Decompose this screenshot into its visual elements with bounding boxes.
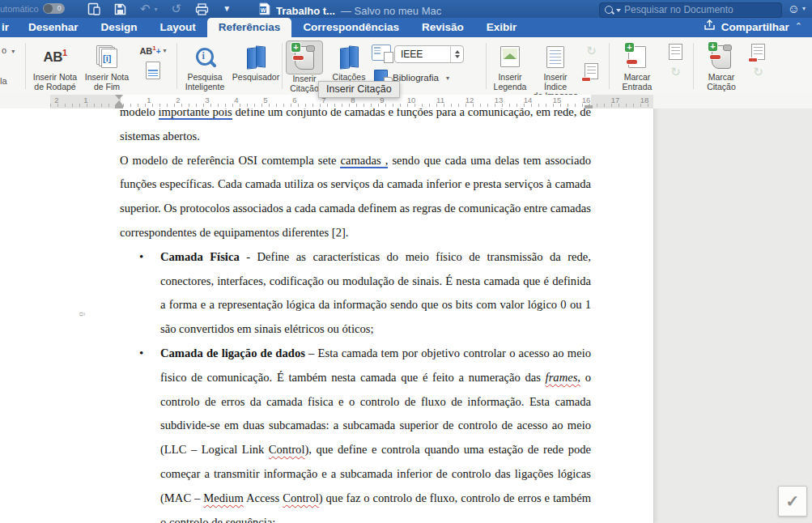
undo-icon[interactable]: ↶ [140,2,151,16]
plus-badge-icon: + [291,43,300,52]
spell-flagged-text: Control [283,491,319,504]
mark-entry-icon: + [628,46,646,68]
toggle-knob [44,4,53,13]
margin-anchor-marker: ō [78,312,87,317]
tooltip: Inserir Citação [318,81,400,98]
smiley-icon[interactable]: ☺ [788,2,800,15]
right-indent-marker[interactable] [585,100,593,108]
update-entry-index-icon[interactable]: ↻ [670,65,681,79]
ribbon-tab-bar: ir Desenhar Design Layout Referências Co… [0,18,812,37]
mark-entry-aux: ↻ [669,44,682,79]
citation-style-select[interactable]: IEEE [394,45,464,63]
bibliography-caret-icon: ▾ [446,74,449,82]
redo-icon[interactable]: ↺ [172,2,182,16]
tab-design[interactable]: Design [90,18,149,37]
document-title: Trabalho t... [276,5,335,17]
toggle-value: 0 [57,3,62,14]
researcher-button[interactable]: Pesquisador [232,40,280,83]
update-citation-table-icon[interactable]: ↻ [753,65,763,79]
tab-inserir[interactable]: ir [0,18,17,37]
quick-access-toolbar: ↶ ▾ ↺ ▼ [87,2,231,16]
smart-lookup-icon: i [196,48,214,66]
autosave-toggle[interactable]: 0 [43,3,65,14]
svg-text:W: W [261,7,266,13]
footnote-options-button[interactable]: AB1+▾ [134,40,172,81]
caption-picture-icon [500,46,520,67]
share-icon [704,19,716,34]
share-label: Compartilhar [721,21,789,33]
insert-footnote-button[interactable]: AB1 Inserir Nota de Rodapé [29,40,81,91]
confirm-check-button[interactable]: ✓ [778,486,807,517]
minus-badge-icon [293,56,304,60]
share-button[interactable]: Compartilhar ⌃ [694,19,812,37]
citations-books-icon [338,45,359,68]
insert-figures-index-button[interactable]: Inserir Índice de Imagens [531,40,580,101]
new-document-icon[interactable] [87,2,100,15]
researcher-books-icon [245,45,266,68]
footnote-ab1-icon: AB1 [43,48,66,66]
mark-entry-button[interactable]: + Marcar Entrada [614,40,661,91]
tab-revisao[interactable]: Revisão [410,18,475,37]
citation-style-icon [372,45,391,61]
insert-citation-icon: + [295,46,314,70]
search-icon [605,6,613,14]
insert-index-icon[interactable] [669,44,682,60]
spell-flagged-text: frames, [546,371,580,384]
left-indent-marker[interactable] [114,95,124,108]
mark-citation-icon: + [712,45,731,69]
paragraph-osi-intro[interactable]: modelo importante pois define um conjunt… [120,108,591,149]
autosave-control[interactable]: utomático 0 [0,3,65,14]
show-notes-icon[interactable] [146,62,160,79]
layers-bullet-list: Camada Física - Define as característica… [120,245,591,523]
mark-citation-button[interactable]: + Marcar Citação [698,40,745,91]
grammar-flagged-text: importante pois [159,108,232,120]
horizontal-ruler[interactable]: 21123456789101112131415161718 [0,95,812,108]
save-icon[interactable] [114,3,126,15]
tab-correspondencias[interactable]: Correspondências [291,18,410,37]
insert-endnote-button[interactable]: [i] Inserir Nota de Fim [81,40,133,91]
grammar-flagged-text: camadas , [340,154,388,168]
insert-caption-button[interactable]: Inserir Legenda [489,40,531,91]
bullet-camada-ligacao[interactable]: Camada de ligação de dados – Esta camada… [160,342,591,523]
feedback-caret-icon[interactable]: ▾ [802,5,806,12]
undo-caret-icon[interactable]: ▾ [155,6,158,13]
search-scope-caret-icon[interactable] [616,9,621,15]
print-icon[interactable] [195,3,209,15]
spell-flagged-text: Control [269,443,305,456]
tab-exibir[interactable]: Exibir [475,18,529,37]
document-page[interactable]: ō modelo importante pois define um conju… [0,108,654,523]
clipped-label-stub: la [0,76,7,86]
save-status: — Salvo no meu Mac [341,5,441,17]
figures-index-icon [546,46,564,68]
search-input[interactable]: Pesquisar no Documento [599,2,782,18]
document-text[interactable]: modelo importante pois define um conjunt… [120,108,591,523]
stepper-icon[interactable] [450,46,463,62]
citation-style-icon-holder [372,40,390,65]
dropdown-caret-icon: ▾ [164,47,167,54]
autosave-label: utomático [0,4,39,14]
collapse-ribbon-icon[interactable]: ⌃ [795,21,802,32]
tab-layout[interactable]: Layout [149,18,207,37]
endnote-pages-icon: [i] [96,45,117,68]
spell-flagged-text: Medium [203,491,243,504]
citation-style-value: IEEE [395,49,450,60]
tab-desenhar[interactable]: Desenhar [17,18,90,37]
paragraph-osi-layers[interactable]: O modelo de referência OSI comtempla set… [120,149,591,245]
ribbon: o ▾ la AB1 Inserir Nota de Rodapé [i] In… [0,37,812,96]
check-icon: ✓ [786,491,800,511]
smart-lookup-button[interactable]: i Pesquisa Inteligente [180,40,230,91]
citations-button[interactable]: Citações [327,40,371,83]
feedback-control[interactable]: ☺ ▾ [788,2,806,15]
tab-referencias[interactable]: Referências [207,18,292,37]
document-canvas[interactable]: ō modelo importante pois define um conju… [0,108,812,523]
search-placeholder: Pesquisar no Documento [624,4,733,15]
title-bar: utomático 0 ↶ ▾ ↺ ▼ W Trabalho t... — Sa… [0,0,812,18]
clipped-dropdown-stub[interactable]: o ▾ [2,45,15,55]
mark-citation-aux: ↻ [751,44,765,79]
bullet-camada-fisica[interactable]: Camada Física - Define as característica… [160,245,591,342]
update-index-icon[interactable]: ↻ [586,44,597,58]
citation-table-icon[interactable] [751,44,765,60]
delete-index-icon[interactable] [585,63,598,79]
footnote-small-icon: AB1+ [139,45,160,56]
toolbar-options-icon[interactable]: ▼ [223,2,231,16]
